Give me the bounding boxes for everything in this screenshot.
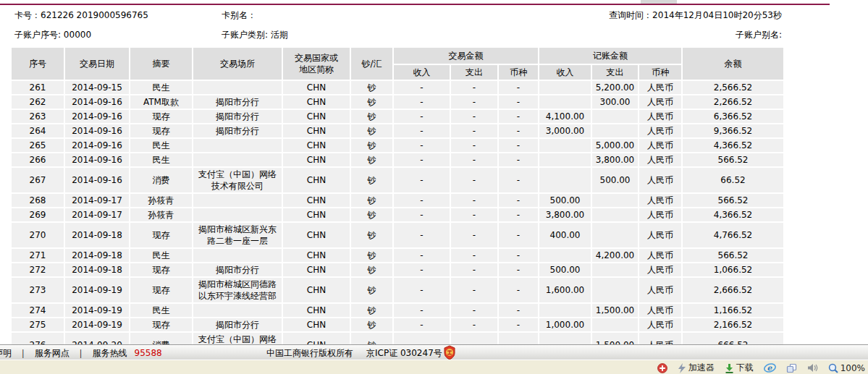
cell-book-expense: 4,200.00 (592, 249, 638, 262)
cell-book-income (539, 139, 591, 152)
download-control[interactable]: 下载 (725, 362, 754, 374)
cell-txn-expense: - (451, 168, 497, 192)
cell-country: CHN (283, 278, 350, 302)
cell-place (193, 153, 282, 166)
cell-book-expense (592, 124, 638, 137)
speaker-icon[interactable] (807, 363, 818, 373)
account-info-line-2: 子账户序号: 00000 子账户类别: 活期 子账户别名: (0, 29, 868, 41)
cell-txn-currency: - (499, 263, 538, 276)
cell-txn-expense: - (451, 153, 497, 166)
cell-book-expense (592, 208, 638, 221)
cell-cash-type: 钞 (351, 81, 392, 94)
cell-cash-type: 钞 (351, 153, 392, 166)
cell-balance: 2,566.52 (683, 81, 783, 94)
cell-date: 2014-09-19 (65, 304, 129, 317)
zoom-control[interactable]: 100% (828, 363, 865, 373)
table-row: 275 2014-09-19 现存 揭阳市分行 CHN 钞 - - - 1,00… (12, 318, 783, 331)
cell-cash-type: 钞 (351, 263, 392, 276)
cell-serial: 271 (12, 249, 64, 262)
cell-balance: 4,366.52 (683, 208, 783, 221)
subaccount-number: 子账户序号: 00000 (14, 29, 91, 41)
col-group-booking-amount: 记账金额 (539, 48, 681, 64)
cell-place (193, 194, 282, 207)
cell-place (193, 139, 282, 152)
cell-serial: 273 (12, 278, 64, 302)
cell-book-currency: 人民币 (639, 110, 681, 123)
site-safety-icon[interactable] (657, 363, 667, 373)
download-icon (725, 363, 734, 373)
col-header-txn-income: 收入 (394, 65, 450, 80)
cell-txn-currency: - (499, 223, 538, 247)
branches-link[interactable]: 服务网点 (35, 348, 69, 358)
col-header-book-income: 收入 (539, 65, 591, 80)
cell-summary: 民生 (130, 304, 192, 317)
magnifier-icon (828, 363, 838, 373)
cell-txn-currency: - (499, 168, 538, 192)
query-time-label: 查询时间： (609, 10, 652, 20)
cell-cash-type: 钞 (351, 208, 392, 221)
cell-date: 2014-09-18 (65, 223, 129, 247)
cell-summary: 民生 (130, 153, 192, 166)
cell-country: CHN (283, 168, 350, 192)
cell-place (193, 81, 282, 94)
ie-icon[interactable]: e (764, 362, 776, 373)
cell-txn-income: - (394, 124, 450, 137)
hotline-link[interactable]: 服务热线 (93, 348, 127, 358)
col-header-txn-expense: 支出 (451, 65, 497, 80)
zoom-level: 100% (840, 363, 865, 373)
cell-txn-expense: - (451, 278, 497, 302)
card-number-label: 卡号： (14, 10, 41, 20)
copyright-text: 中国工商银行版权所有 (266, 348, 353, 358)
cell-book-income (539, 95, 591, 109)
cell-place (193, 304, 282, 317)
pages-icon[interactable] (786, 363, 797, 373)
col-group-transaction-amount: 交易金额 (394, 48, 538, 64)
cell-book-income: 1,600.00 (539, 278, 591, 302)
cell-date: 2014-09-16 (65, 110, 129, 123)
cell-txn-income: - (394, 304, 450, 317)
table-row: 264 2014-09-16 现存 揭阳市分行 CHN 钞 - - - 3,00… (12, 124, 783, 137)
cell-book-expense: 5,200.00 (592, 81, 638, 94)
cell-serial: 269 (12, 208, 64, 221)
cell-country: CHN (283, 153, 350, 166)
cell-balance: 9,366.52 (683, 124, 783, 137)
cell-book-expense (592, 318, 638, 331)
cell-cash-type: 钞 (351, 110, 392, 123)
accelerator-icon (678, 363, 686, 373)
icbc-badge-icon[interactable] (443, 345, 456, 360)
cell-date: 2014-09-16 (65, 124, 129, 137)
cell-txn-expense: - (451, 110, 497, 123)
cell-serial: 268 (12, 194, 64, 207)
cell-book-currency: 人民币 (639, 278, 681, 302)
cell-date: 2014-09-17 (65, 194, 129, 207)
cell-date: 2014-09-16 (65, 139, 129, 152)
cell-book-income: 4,100.00 (539, 110, 591, 123)
cell-summary: 孙筱青 (130, 208, 192, 221)
cell-summary: 现存 (130, 124, 192, 137)
cell-place: 揭阳市榕城区新兴东路二巷一座一层 (193, 223, 282, 247)
cell-txn-expense: - (451, 81, 497, 94)
cell-txn-currency: - (499, 95, 538, 109)
col-header-date: 交易日期 (65, 48, 129, 80)
cell-summary: 现存 (130, 110, 192, 123)
col-header-balance: 余额 (683, 48, 783, 80)
cell-balance: 1,166.52 (683, 304, 783, 317)
cell-country: CHN (283, 304, 350, 317)
table-row: 272 2014-09-18 现存 揭阳市分行 CHN 钞 - - - 500.… (12, 263, 783, 276)
cell-date: 2014-09-19 (65, 278, 129, 302)
subaccount-number-label: 子账户序号: (14, 30, 64, 40)
cell-serial: 270 (12, 223, 64, 247)
cell-balance: 4,366.52 (683, 139, 783, 152)
cell-balance: 2,666.52 (683, 278, 783, 302)
subaccount-alias-label: 子账户别名: (736, 29, 782, 41)
cell-date: 2014-09-18 (65, 263, 129, 276)
cell-summary: 消费 (130, 168, 192, 192)
cell-balance: 2,166.52 (683, 318, 783, 331)
cell-book-income (539, 168, 591, 192)
cell-book-income (539, 249, 591, 262)
accelerator-control[interactable]: 加速器 (678, 362, 715, 374)
cell-book-income: 500.00 (539, 263, 591, 276)
statement-link[interactable]: 声明 (0, 348, 12, 358)
cell-txn-income: - (394, 95, 450, 109)
col-header-country: 交易国家或地区简称 (283, 48, 350, 80)
